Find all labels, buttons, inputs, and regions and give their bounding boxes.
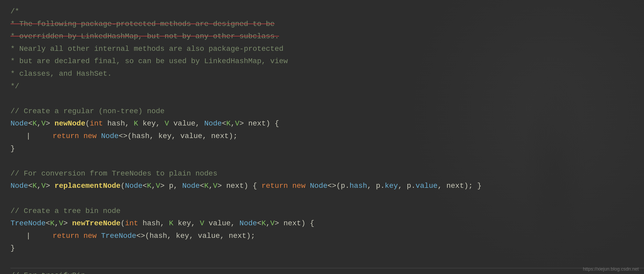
comment-inline-1: // Create a regular (non-tree) node [10,107,165,115]
blank-line-1 [10,92,644,105]
comment-line-3: * overridden by LinkedHashMap, but not b… [10,32,279,40]
code-line-2: * The following package-protected method… [10,18,644,30]
code-line-9: // Create a regular (non-tree) node [10,105,644,118]
type-node-1: Node [10,119,28,128]
code-line-17: // Create a tree bin node [10,205,644,217]
code-line-5: * but are declared final, so can be used… [10,55,644,68]
code-line-3: * overridden by LinkedHashMap, but not b… [10,30,644,43]
comment-line-6: * classes, and HashSet. [10,70,112,78]
blank-line-3 [10,192,644,205]
separator [10,268,644,268]
code-line-7: */ [10,80,644,93]
code-line-18: TreeNode<K,V> newTreeNode(int hash, K ke… [10,217,644,230]
comment-inline-4: // For treeifyBin [10,271,85,274]
comment-line-5: * but are declared final, so can be used… [10,57,288,65]
code-editor: /* * The following package-protected met… [0,0,644,274]
code-line-10: Node<K,V> newNode(int hash, K key, V val… [10,117,644,130]
code-line-20: } [10,242,644,255]
blank-line-4 [10,255,644,267]
watermark: https://xiejun.blog.csdn.net [583,266,639,272]
code-line-6: * classes, and HashSet. [10,68,644,80]
comment-inline-2: // For conversion from TreeNodes to plai… [10,169,217,178]
code-line-19: | return new TreeNode<>(hash, key, value… [10,230,644,242]
code-line-11: | return new Node<>(hash, key, value, ne… [10,130,644,143]
comment-line-2: * The following package-protected method… [10,20,275,28]
code-line-22: // For treeifyBin [10,269,644,274]
blank-line-2 [10,155,644,167]
code-line-15: Node<K,V> replacementNode(Node<K,V> p, N… [10,180,644,192]
code-line-14: // For conversion from TreeNodes to plai… [10,167,644,180]
comment-inline-3: // Create a tree bin node [10,207,121,215]
code-line-4: * Nearly all other internal methods are … [10,43,644,55]
comment-close: */ [10,82,19,90]
comment-open: /* [10,7,19,15]
comment-line-4: * Nearly all other internal methods are … [10,45,283,53]
code-line-12: } [10,143,644,155]
code-line-1: /* [10,5,644,18]
